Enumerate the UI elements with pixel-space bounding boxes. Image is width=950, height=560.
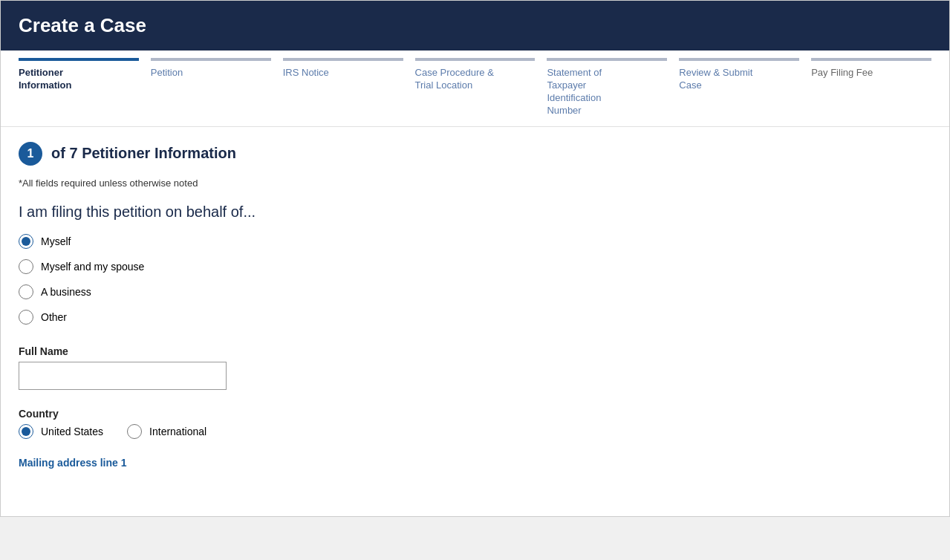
option-international[interactable]: International (127, 424, 206, 439)
radio-myself[interactable] (19, 234, 33, 249)
option-myself-spouse[interactable]: Myself and my spouse (19, 259, 931, 274)
label-business: A business (41, 286, 91, 298)
radio-myself-spouse[interactable] (19, 259, 33, 274)
mailing-address-section: Mailing address line 1 (19, 457, 931, 469)
step-label-petitioner: PetitionerInformation (19, 67, 139, 92)
required-note: *All fields required unless otherwise no… (19, 178, 931, 189)
step-review-submit[interactable]: Review & SubmitCase (673, 51, 805, 101)
step-label-review: Review & SubmitCase (679, 67, 799, 92)
full-name-label: Full Name (19, 345, 931, 357)
step-header: 1 of 7 Petitioner Information (19, 142, 931, 166)
step-label-petition: Petition (151, 67, 271, 79)
country-label: Country (19, 408, 931, 420)
label-other: Other (41, 311, 67, 323)
progress-steps: PetitionerInformation Petition IRS Notic… (13, 51, 937, 126)
option-business[interactable]: A business (19, 284, 931, 299)
step-pay-filing[interactable]: Pay Filing Fee (805, 51, 937, 88)
step-title-text: Petitioner Information (82, 145, 236, 161)
full-name-section: Full Name (19, 345, 931, 390)
petition-behalf-group: Myself Myself and my spouse A business O… (19, 234, 931, 325)
step-number-badge: 1 (19, 142, 42, 166)
country-section: Country United States International (19, 408, 931, 439)
page-header: Create a Case (1, 1, 949, 51)
option-us[interactable]: United States (19, 424, 103, 439)
page-title: Create a Case (19, 14, 931, 37)
full-name-input[interactable] (19, 362, 227, 390)
step-of-text: of 7 (51, 145, 78, 161)
radio-international[interactable] (127, 424, 142, 439)
step-label-pay: Pay Filing Fee (811, 67, 931, 79)
radio-other[interactable] (19, 310, 33, 325)
step-petitioner-info[interactable]: PetitionerInformation (13, 51, 145, 101)
step-irs-notice[interactable]: IRS Notice (277, 51, 409, 88)
step-of-label: of 7 Petitioner Information (51, 145, 236, 162)
radio-business[interactable] (19, 284, 33, 299)
step-bar-case (415, 58, 536, 61)
step-label-case: Case Procedure &Trial Location (415, 67, 536, 92)
progress-bar-area: PetitionerInformation Petition IRS Notic… (1, 51, 949, 127)
main-content: 1 of 7 Petitioner Information *All field… (1, 127, 949, 516)
step-label-statement: Statement ofTaxpayerIdentificationNumber (547, 67, 667, 117)
step-bar-irs (283, 58, 403, 61)
country-radio-group: United States International (19, 424, 931, 439)
step-statement[interactable]: Statement ofTaxpayerIdentificationNumber (541, 51, 673, 126)
label-myself-spouse: Myself and my spouse (41, 261, 144, 273)
step-bar-review (679, 58, 799, 61)
label-us: United States (41, 426, 103, 437)
step-petition[interactable]: Petition (145, 51, 277, 88)
step-bar-petition (151, 58, 271, 61)
step-label-irs: IRS Notice (283, 67, 403, 79)
step-bar-petitioner (19, 58, 139, 61)
mailing-address-link[interactable]: Mailing address line 1 (19, 457, 127, 469)
step-bar-statement (547, 58, 667, 61)
option-other[interactable]: Other (19, 310, 931, 325)
step-bar-pay (811, 58, 931, 61)
label-international: International (149, 426, 206, 437)
petition-question: I am filing this petition on behalf of..… (19, 204, 931, 221)
option-myself[interactable]: Myself (19, 234, 931, 249)
radio-us[interactable] (19, 424, 33, 439)
label-myself: Myself (41, 235, 71, 247)
step-case-procedure[interactable]: Case Procedure &Trial Location (409, 51, 541, 101)
